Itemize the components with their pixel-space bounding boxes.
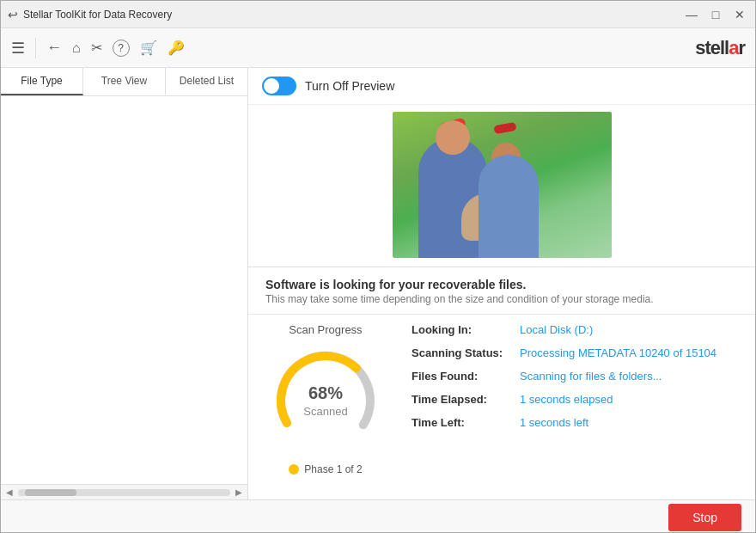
stat-key-files-found: Files Found: (412, 370, 515, 383)
stat-row-time-elapsed: Time Elapsed: 1 seconds elapsed (412, 393, 738, 406)
phase-dot (289, 464, 299, 475)
logo-text-2: r (738, 37, 745, 58)
scroll-right-arrow[interactable]: ▶ (234, 487, 244, 497)
progress-container: Scan Progress 68% Scanned (257, 323, 394, 475)
stat-val-time-elapsed: 1 seconds elapsed (520, 393, 613, 406)
stat-key-looking-in: Looking In: (412, 323, 515, 336)
tabs-header: File Type Tree View Deleted List (1, 68, 247, 96)
logo-text-1: stell (695, 37, 729, 58)
stat-row-time-left: Time Left: 1 seconds left (412, 416, 738, 429)
preview-toggle-bar: Turn Off Preview (248, 68, 755, 105)
info-section: Software is looking for your recoverable… (248, 267, 755, 315)
cart-icon[interactable]: 🛒 (140, 40, 157, 56)
tab-file-type[interactable]: File Type (1, 68, 83, 95)
preview-toggle-label: Turn Off Preview (305, 79, 394, 93)
tab-tree-view[interactable]: Tree View (83, 68, 166, 95)
scroll-left-arrow[interactable]: ◀ (4, 487, 15, 497)
red-bandana-2 (493, 122, 516, 134)
scroll-track[interactable] (18, 489, 230, 496)
photo-display (393, 112, 612, 258)
logo-accent: a (729, 37, 738, 58)
toolbar: ☰ ← ⌂ ✂ ? 🛒 🔑 stellar (1, 28, 755, 68)
scissors-icon[interactable]: ✂ (91, 40, 102, 56)
stat-val-files-found: Scanning for files & folders... (520, 370, 662, 383)
image-preview-area (248, 105, 755, 267)
tab-deleted-list[interactable]: Deleted List (166, 68, 247, 95)
bottom-bar: Stop (1, 499, 755, 533)
menu-icon[interactable]: ☰ (11, 39, 25, 58)
stat-key-scanning-status: Scanning Status: (412, 346, 515, 359)
stats-table: Looking In: Local Disk (D:) Scanning Sta… (412, 323, 738, 439)
stat-val-time-left: 1 seconds left (520, 416, 588, 429)
scroll-thumb[interactable] (25, 489, 76, 496)
stat-row-files-found: Files Found: Scanning for files & folder… (412, 370, 738, 383)
info-subtitle: This may take some time depending on the… (265, 293, 738, 305)
stat-row-looking-in: Looking In: Local Disk (D:) (412, 323, 738, 336)
app-title: Stellar ToolKit for Data Recovery (23, 9, 172, 21)
info-title: Software is looking for your recoverable… (265, 278, 738, 291)
horizontal-scrollbar[interactable]: ◀ ▶ (1, 484, 247, 499)
back-undo-icon: ↩ (8, 8, 18, 21)
logo: stellar (695, 37, 745, 59)
person-head-1 (436, 120, 470, 155)
progress-percent: 68% (303, 383, 347, 403)
left-panel-content (1, 96, 247, 484)
title-bar: ↩ Stellar ToolKit for Data Recovery — □ … (1, 1, 755, 28)
main-layout: File Type Tree View Deleted List ◀ ▶ Tur… (1, 68, 755, 499)
minimize-button[interactable]: — (683, 6, 700, 23)
progress-text: 68% Scanned (303, 383, 347, 418)
toggle-knob (264, 78, 279, 94)
progress-scanned-label: Scanned (303, 405, 347, 418)
title-bar-left: ↩ Stellar ToolKit for Data Recovery (8, 8, 172, 21)
stat-key-time-elapsed: Time Elapsed: (412, 393, 515, 406)
home-icon[interactable]: ⌂ (72, 40, 81, 56)
maximize-button[interactable]: □ (707, 6, 724, 23)
person-head-2 (491, 143, 521, 172)
scan-area: Scan Progress 68% Scanned (248, 315, 755, 484)
key-icon[interactable]: 🔑 (168, 40, 185, 56)
close-button[interactable]: ✕ (731, 6, 748, 23)
stat-key-time-left: Time Left: (412, 416, 515, 429)
left-panel: File Type Tree View Deleted List ◀ ▶ (1, 68, 248, 499)
back-icon[interactable]: ← (46, 39, 62, 57)
stat-val-looking-in: Local Disk (D:) (520, 323, 593, 336)
dog-body (461, 193, 539, 241)
right-panel: Turn Off Preview Software is looking for… (248, 68, 755, 499)
stop-button[interactable]: Stop (668, 504, 741, 531)
progress-circle: 68% Scanned (270, 345, 381, 456)
dog-head (504, 183, 537, 211)
title-bar-controls: — □ ✕ (683, 6, 748, 23)
preview-image (393, 112, 612, 258)
stat-row-scanning-status: Scanning Status: Processing METADATA 102… (412, 346, 738, 359)
stat-val-scanning-status: Processing METADATA 10240 of 15104 (520, 346, 716, 359)
help-icon[interactable]: ? (113, 40, 130, 57)
turn-off-preview-toggle[interactable] (262, 77, 296, 95)
toolbar-separator-1 (35, 38, 36, 58)
